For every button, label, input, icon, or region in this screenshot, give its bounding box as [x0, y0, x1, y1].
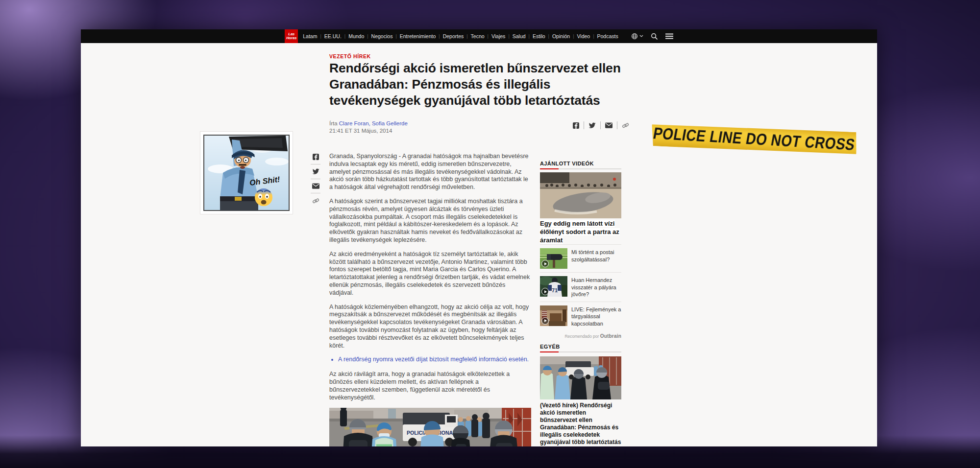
- facebook-share-icon[interactable]: [573, 122, 579, 129]
- paragraph: Az akció eredményeként a hatóságok tíz s…: [329, 251, 531, 297]
- nav-item-video[interactable]: Video: [577, 33, 590, 39]
- section-rule: [540, 168, 621, 169]
- share-row: [573, 121, 629, 129]
- nav-item-negocios[interactable]: Negocios: [371, 33, 393, 39]
- nav-item-tecno[interactable]: Tecno: [471, 33, 485, 39]
- browser-page: Las Horas Latam| EE.UU.| Mundo| Negocios…: [81, 29, 877, 446]
- paragraph: A hatóságok közleményében elhangzott, ho…: [329, 304, 531, 350]
- play-icon: [541, 288, 549, 295]
- nav-item-opinion[interactable]: Opinión: [552, 33, 570, 39]
- hamburger-menu-icon[interactable]: [665, 33, 673, 39]
- related-link[interactable]: A rendőrség nyomra vezetői díjat biztosí…: [338, 356, 529, 363]
- copy-link-icon[interactable]: [622, 122, 629, 129]
- section-rule: [540, 351, 621, 352]
- byline: Írta Clare Foran, Sofia Gellerde: [329, 120, 408, 126]
- nav-links: Latam| EE.UU.| Mundo| Negocios| Entreten…: [303, 33, 618, 39]
- video-list-item[interactable]: 71 Huan Hernandez visszatér a pályára jö…: [540, 272, 621, 302]
- search-icon[interactable]: [651, 33, 658, 40]
- video-thumbnail: [540, 248, 567, 269]
- cartoon-meme-image: Oh Shit!: [200, 131, 293, 214]
- section-kicker[interactable]: VEZETŐ HÍREK: [329, 53, 371, 59]
- article-photo-police-scene: POLICIA NACIONAL: [329, 408, 531, 446]
- outbrain-logo: Outbrain: [600, 333, 621, 339]
- nav-item-entretenimiento[interactable]: Entretenimiento: [400, 33, 436, 39]
- main-video-caption[interactable]: Egy eddig nem látott vízi élőlényt sodor…: [540, 219, 621, 244]
- logo-line2: Horas: [286, 36, 296, 40]
- publish-date: 21:41 ET 31 Május, 2014: [329, 128, 392, 134]
- jersey-number: 71: [552, 287, 558, 293]
- video-title: Mi történt a postai szolgáltatással?: [571, 248, 621, 269]
- outbrain-attribution[interactable]: Recomendado por Outbrain: [540, 333, 621, 339]
- nav-item-estilo[interactable]: Estilo: [533, 33, 545, 39]
- paragraph: Az akció rávilágít arra, hogy a granadai…: [329, 371, 531, 401]
- nav-item-eeuu[interactable]: EE.UU.: [324, 33, 342, 39]
- copy-link-icon[interactable]: [312, 197, 319, 205]
- main-video-thumbnail[interactable]: [540, 172, 621, 218]
- nav-item-viajes[interactable]: Viajes: [491, 33, 505, 39]
- paragraph: A hatóságok szerint a bűnszervezet tagja…: [329, 198, 531, 244]
- nav-item-salud[interactable]: Salud: [513, 33, 526, 39]
- fearful-emoji-icon: [255, 188, 272, 206]
- other-section-header: EGYÉB: [540, 344, 621, 350]
- other-article-thumbnail[interactable]: [540, 356, 621, 399]
- play-icon: [541, 317, 549, 325]
- nav-item-latam[interactable]: Latam: [303, 33, 317, 39]
- nav-item-deportes[interactable]: Deportes: [443, 33, 464, 39]
- other-article-caption[interactable]: (Vezető hírek) Rendőrségi akció ismeretl…: [540, 402, 621, 446]
- language-globe-icon[interactable]: [631, 33, 643, 40]
- share-rail: [310, 154, 321, 205]
- video-thumbnail: [540, 305, 567, 326]
- email-share-icon[interactable]: [605, 122, 612, 128]
- article-headline: Rendőrségi akció ismeretlen bűnszervezet…: [329, 60, 623, 109]
- twitter-share-icon[interactable]: [588, 122, 596, 129]
- site-logo[interactable]: Las Horas: [285, 29, 298, 43]
- play-icon: [541, 260, 549, 267]
- recommended-videos-header: AJÁNLOTT VIDEÓK: [540, 161, 621, 166]
- twitter-share-icon[interactable]: [312, 168, 319, 175]
- email-share-icon[interactable]: [312, 183, 319, 189]
- byline-authors-link[interactable]: Clare Foran, Sofia Gellerde: [339, 120, 408, 126]
- video-title: Huan Hernandez visszatér a pályára jövőr…: [571, 276, 621, 298]
- nav-item-mundo[interactable]: Mundo: [348, 33, 364, 39]
- nav-item-podcasts[interactable]: Podcasts: [597, 33, 618, 39]
- byline-prefix: Írta: [329, 120, 339, 126]
- video-list-item[interactable]: Mi történt a postai szolgáltatással?: [540, 244, 621, 272]
- video-list-item[interactable]: LIVE: Fejlemények a tárgyalással kapcsol…: [540, 302, 621, 331]
- top-navbar: Las Horas Latam| EE.UU.| Mundo| Negocios…: [81, 29, 877, 43]
- article-body: Granada, Spanyolország - A granadai ható…: [329, 153, 531, 446]
- paragraph: Granada, Spanyolország - A granadai ható…: [329, 153, 531, 191]
- video-thumbnail: 71: [540, 276, 567, 297]
- chevron-down-icon: [639, 35, 643, 38]
- sidebar: AJÁNLOTT VIDEÓK Egy eddig nem látott víz…: [540, 161, 621, 446]
- video-title: LIVE: Fejlemények a tárgyalással kapcsol…: [571, 305, 621, 328]
- facebook-share-icon[interactable]: [313, 154, 319, 160]
